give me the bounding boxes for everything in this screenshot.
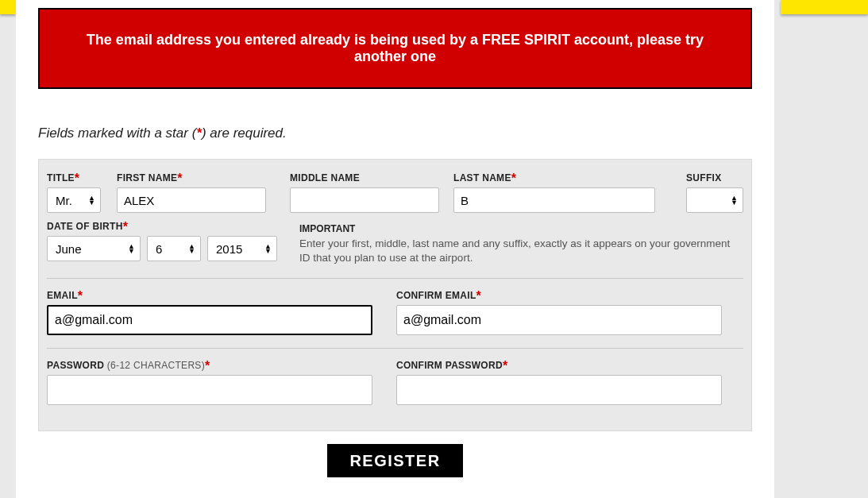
suffix-select[interactable]: ▲▼ xyxy=(686,187,743,213)
confirm-email-group: CONFIRM EMAIL* xyxy=(396,290,722,335)
confirm-email-label: CONFIRM EMAIL* xyxy=(396,290,722,301)
note-post: ) are required. xyxy=(202,125,287,141)
title-label: TITLE* xyxy=(47,172,101,183)
title-value: Mr. xyxy=(56,194,72,207)
month-select[interactable]: June ▲▼ xyxy=(47,236,141,261)
asterisk-icon: * xyxy=(123,220,129,234)
form-panel: TITLE* Mr. ▲▼ FIRST NAME* MIDDLE NAME LA… xyxy=(38,159,752,431)
suffix-label: SUFFIX xyxy=(686,172,743,183)
title-group: TITLE* Mr. ▲▼ xyxy=(47,172,101,213)
asterisk-icon: * xyxy=(511,172,517,185)
password-label: PASSWORD (6-12 CHARACTERS)* xyxy=(47,360,372,371)
required-fields-note: Fields marked with a star (*) are requir… xyxy=(38,125,752,141)
asterisk-icon: * xyxy=(177,172,183,185)
name-row: TITLE* Mr. ▲▼ FIRST NAME* MIDDLE NAME LA… xyxy=(47,172,743,213)
dob-group: DATE OF BIRTH* June ▲▼ 6 ▲▼ 2015 ▲▼ xyxy=(47,221,277,265)
first-name-input[interactable] xyxy=(117,187,266,213)
chevron-updown-icon: ▲▼ xyxy=(264,244,272,253)
middle-name-input[interactable] xyxy=(290,187,439,213)
last-name-input[interactable] xyxy=(453,187,655,213)
day-select[interactable]: 6 ▲▼ xyxy=(147,236,201,261)
middle-name-group: MIDDLE NAME xyxy=(290,172,439,213)
confirm-password-input[interactable] xyxy=(396,375,722,405)
first-name-group: FIRST NAME* xyxy=(117,172,266,213)
registration-form-card: The email address you entered already is… xyxy=(16,0,774,498)
suffix-group: SUFFIX ▲▼ xyxy=(686,172,743,213)
yellow-bar-left xyxy=(0,0,16,14)
note-star-icon: * xyxy=(196,125,202,141)
asterisk-icon: * xyxy=(78,289,83,303)
title-select[interactable]: Mr. ▲▼ xyxy=(47,187,101,213)
password-row: PASSWORD (6-12 CHARACTERS)* CONFIRM PASS… xyxy=(47,360,743,405)
first-name-label: FIRST NAME* xyxy=(117,172,266,183)
last-name-label: LAST NAME* xyxy=(453,172,655,183)
important-text: Enter your first, middle, last name and … xyxy=(299,237,743,265)
divider-2 xyxy=(47,348,743,349)
asterisk-icon: * xyxy=(476,289,482,303)
email-input[interactable] xyxy=(47,305,372,335)
dob-label: DATE OF BIRTH* xyxy=(47,221,277,232)
important-title: IMPORTANT xyxy=(299,223,743,234)
yellow-bar-right xyxy=(781,0,868,14)
password-group: PASSWORD (6-12 CHARACTERS)* xyxy=(47,360,372,405)
email-row: EMAIL* CONFIRM EMAIL* xyxy=(47,290,743,335)
last-name-group: LAST NAME* xyxy=(453,172,655,213)
year-value: 2015 xyxy=(216,242,242,256)
year-select[interactable]: 2015 ▲▼ xyxy=(207,236,277,261)
asterisk-icon: * xyxy=(503,359,508,373)
month-value: June xyxy=(56,242,82,256)
dob-row: DATE OF BIRTH* June ▲▼ 6 ▲▼ 2015 ▲▼ xyxy=(47,221,743,265)
chevron-updown-icon: ▲▼ xyxy=(88,195,95,205)
chevron-updown-icon: ▲▼ xyxy=(188,244,195,253)
email-group: EMAIL* xyxy=(47,290,372,335)
day-value: 6 xyxy=(156,242,162,256)
confirm-password-label: CONFIRM PASSWORD* xyxy=(396,360,722,371)
chevron-updown-icon: ▲▼ xyxy=(128,244,135,253)
confirm-email-input[interactable] xyxy=(396,305,722,335)
confirm-password-group: CONFIRM PASSWORD* xyxy=(396,360,722,405)
error-banner: The email address you entered already is… xyxy=(38,8,752,89)
divider-1 xyxy=(47,278,743,279)
important-block: IMPORTANT Enter your first, middle, last… xyxy=(299,223,743,265)
email-label: EMAIL* xyxy=(47,290,372,301)
chevron-updown-icon: ▲▼ xyxy=(731,195,738,205)
asterisk-icon: * xyxy=(75,172,80,185)
password-hint: (6-12 CHARACTERS) xyxy=(107,360,205,371)
middle-name-label: MIDDLE NAME xyxy=(290,172,439,183)
password-input[interactable] xyxy=(47,375,372,405)
note-pre: Fields marked with a star ( xyxy=(38,125,196,141)
asterisk-icon: * xyxy=(205,359,210,373)
register-button[interactable]: REGISTER xyxy=(327,444,462,477)
